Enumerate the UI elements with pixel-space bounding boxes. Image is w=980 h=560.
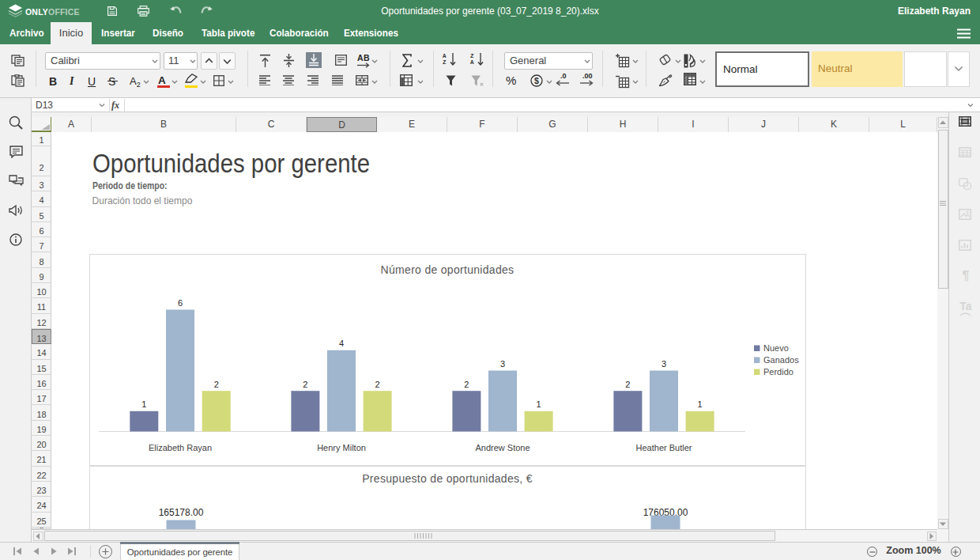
svg-text:3: 3 — [500, 359, 505, 369]
svg-text:4: 4 — [339, 339, 344, 348]
svg-text:1: 1 — [698, 399, 703, 409]
svg-text:Ganados: Ganados — [763, 355, 799, 365]
svg-text:165178.00: 165178.00 — [159, 507, 204, 518]
svg-text:3: 3 — [662, 359, 666, 369]
svg-text:Número de oportunidades: Número de oportunidades — [381, 263, 514, 276]
svg-text:1: 1 — [141, 399, 146, 409]
svg-text:$: $ — [534, 76, 539, 85]
svg-text:6: 6 — [178, 298, 183, 308]
svg-text:2: 2 — [214, 380, 219, 389]
svg-text:Henry Milton: Henry Milton — [317, 443, 366, 452]
svg-text:Heather Butler: Heather Butler — [636, 443, 692, 452]
svg-text:Andrew Stone: Andrew Stone — [475, 443, 530, 452]
svg-text:2: 2 — [464, 380, 469, 389]
svg-text:1: 1 — [537, 399, 541, 409]
svg-text:Nuevo: Nuevo — [763, 343, 789, 353]
svg-text:2: 2 — [303, 380, 307, 389]
svg-text:Elizabeth Rayan: Elizabeth Rayan — [149, 443, 212, 452]
svg-text:Perdido: Perdido — [763, 367, 793, 376]
svg-text:2: 2 — [375, 380, 380, 389]
svg-text:2: 2 — [625, 380, 630, 389]
svg-text:Presupuesto de oportunidades,: Presupuesto de oportunidades, € — [362, 472, 533, 485]
